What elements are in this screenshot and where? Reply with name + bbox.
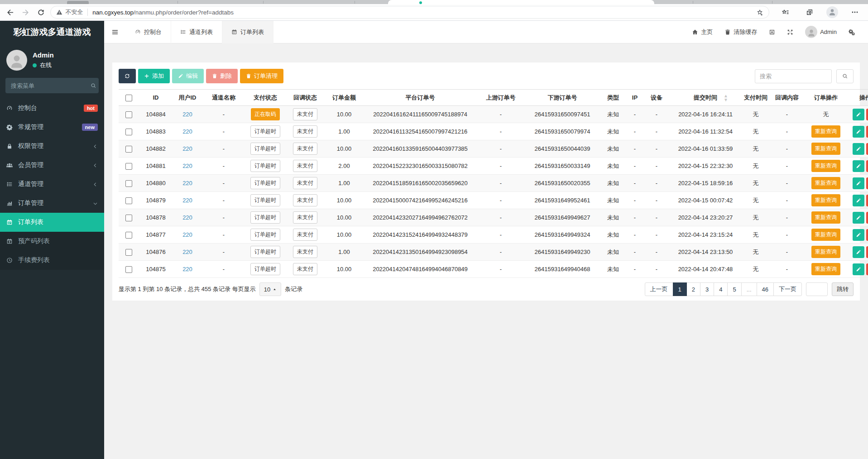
user-id-link[interactable]: 220	[182, 128, 192, 135]
requery-button[interactable]: 重新查询	[811, 194, 840, 206]
row-edit-button[interactable]	[853, 126, 864, 138]
browser-profile-avatar[interactable]	[826, 6, 838, 18]
favorites-icon[interactable]	[777, 5, 793, 19]
edit-button[interactable]: 编辑	[172, 69, 204, 83]
sidebar-item-4[interactable]: 通道管理	[0, 175, 104, 194]
collections-icon[interactable]	[802, 5, 817, 19]
user-id-link[interactable]: 220	[182, 111, 192, 118]
row-delete-button[interactable]	[866, 143, 868, 155]
security-label[interactable]: 不安全	[65, 8, 83, 16]
home-button[interactable]: 主页	[686, 21, 719, 43]
page-button-46[interactable]: 46	[757, 282, 774, 296]
delete-button[interactable]: 删除	[206, 69, 238, 83]
row-delete-button[interactable]	[866, 160, 868, 172]
requery-button[interactable]: 重新查询	[811, 160, 840, 172]
row-delete-button[interactable]	[866, 212, 868, 224]
translate-button[interactable]	[763, 21, 781, 43]
hamburger-icon[interactable]	[104, 21, 126, 43]
user-id-link[interactable]: 220	[182, 214, 192, 221]
user-id-link[interactable]: 220	[182, 266, 192, 273]
sidebar-item-8[interactable]: 手续费列表	[0, 251, 104, 270]
add-button[interactable]: 添加	[138, 69, 170, 83]
col-header-12[interactable]: 提交时间▲▼	[669, 90, 742, 106]
requery-button[interactable]: 重新查询	[811, 263, 840, 275]
fullscreen-button[interactable]	[781, 21, 799, 43]
page-button-4[interactable]: 4	[714, 282, 728, 296]
settings-button[interactable]	[843, 21, 861, 43]
reload-icon[interactable]	[33, 5, 48, 19]
browser-menu-icon[interactable]	[847, 5, 863, 19]
page-button-5[interactable]: 5	[727, 282, 741, 296]
row-edit-button[interactable]	[853, 229, 864, 241]
sidebar-item-3[interactable]: 会员管理	[0, 156, 104, 175]
row-delete-button[interactable]	[866, 195, 868, 206]
requery-button[interactable]: 重新查询	[811, 229, 840, 241]
table-search-button[interactable]	[836, 69, 854, 83]
row-checkbox[interactable]	[125, 111, 132, 118]
browser-active-tab[interactable]	[388, 0, 654, 4]
sidebar-item-1[interactable]: 常规管理new	[0, 118, 104, 137]
row-checkbox[interactable]	[125, 215, 132, 221]
back-icon[interactable]	[3, 5, 18, 19]
row-edit-button[interactable]	[853, 263, 864, 275]
page-size-dropdown[interactable]: 10	[259, 282, 281, 296]
address-bar[interactable]: 不安全 nan.cgxyes.top /nanmu.php/order/orde…	[50, 6, 769, 19]
requery-button[interactable]: 重新查询	[811, 143, 840, 155]
row-checkbox[interactable]	[125, 266, 132, 273]
select-all-checkbox[interactable]	[125, 95, 132, 101]
tab-1[interactable]: 通道列表	[171, 21, 222, 43]
user-id-link[interactable]: 220	[182, 231, 192, 238]
row-checkbox[interactable]	[125, 163, 132, 170]
row-delete-button[interactable]	[866, 177, 868, 189]
page-button-上一页[interactable]: 上一页	[645, 282, 673, 296]
sidebar-item-0[interactable]: 控制台hot	[0, 99, 104, 118]
row-edit-button[interactable]	[853, 160, 864, 172]
row-checkbox[interactable]	[125, 180, 132, 187]
sidebar-item-7[interactable]: 预产码列表	[0, 232, 104, 251]
row-checkbox[interactable]	[125, 146, 132, 153]
sort-icon[interactable]: ▲▼	[724, 94, 728, 102]
forward-icon[interactable]	[18, 5, 34, 19]
refresh-button[interactable]	[119, 69, 136, 83]
user-id-link[interactable]: 220	[182, 145, 192, 152]
navbar-user[interactable]: Admin	[799, 21, 843, 43]
requery-button[interactable]: 重新查询	[811, 177, 840, 189]
user-id-link[interactable]: 220	[182, 180, 192, 186]
sidebar-item-2[interactable]: 权限管理	[0, 137, 104, 156]
row-edit-button[interactable]	[853, 195, 864, 206]
row-delete-button[interactable]	[866, 109, 868, 120]
user-id-link[interactable]: 220	[182, 249, 192, 255]
row-delete-button[interactable]	[866, 229, 868, 241]
requery-button[interactable]: 重新查询	[811, 246, 840, 258]
page-button-...[interactable]: ...	[741, 282, 757, 296]
row-checkbox[interactable]	[125, 129, 132, 135]
page-jump-input[interactable]	[806, 282, 828, 296]
requery-button[interactable]: 重新查询	[811, 125, 840, 138]
page-button-2[interactable]: 2	[686, 282, 700, 296]
tab-0[interactable]: 控制台	[126, 21, 171, 43]
order-clean-button[interactable]: 订单清理	[240, 69, 283, 83]
page-jump-button[interactable]: 跳转	[832, 282, 854, 296]
row-checkbox[interactable]	[125, 249, 132, 256]
sidebar-item-6[interactable]: 订单列表	[0, 213, 104, 232]
row-checkbox[interactable]	[125, 232, 132, 239]
clear-cache-button[interactable]: 清除缓存	[719, 21, 763, 43]
sidebar-search-input[interactable]	[11, 82, 91, 89]
tab-2[interactable]: 订单列表	[222, 21, 273, 43]
user-id-link[interactable]: 220	[182, 197, 192, 204]
row-edit-button[interactable]	[853, 212, 864, 224]
row-checkbox[interactable]	[125, 197, 132, 204]
page-button-下一页[interactable]: 下一页	[773, 282, 802, 296]
page-button-1[interactable]: 1	[673, 282, 687, 296]
row-edit-button[interactable]	[853, 109, 864, 120]
row-delete-button[interactable]	[866, 263, 868, 275]
security-warning-icon[interactable]	[56, 9, 62, 15]
row-edit-button[interactable]	[853, 177, 864, 189]
user-id-link[interactable]: 220	[182, 163, 192, 169]
row-edit-button[interactable]	[853, 246, 864, 258]
row-edit-button[interactable]	[853, 143, 864, 155]
requery-button[interactable]: 重新查询	[811, 211, 840, 224]
sidebar-item-5[interactable]: 订单管理	[0, 194, 104, 213]
row-delete-button[interactable]	[866, 126, 868, 138]
add-favorite-icon[interactable]	[756, 9, 763, 16]
